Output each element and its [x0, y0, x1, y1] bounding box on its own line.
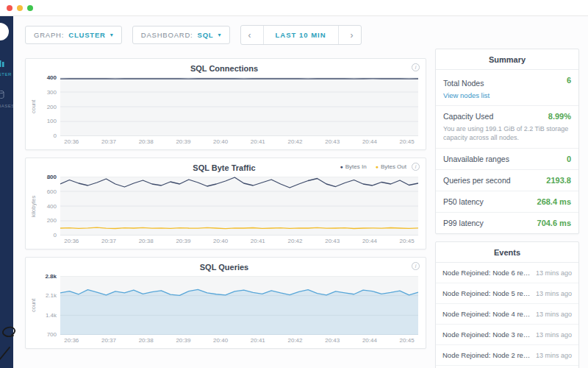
right-panel: Summary Total Nodes View nodes list 6 Ca… — [435, 25, 579, 368]
graph-dropdown-value: CLUSTER — [68, 31, 105, 39]
event-row: Node Rejoined: Node 6 rejoined13 mins ag… — [436, 263, 578, 283]
x-axis-ticks: 20:3620:3720:3820:3920:4020:4120:4220:43… — [60, 337, 418, 344]
cockroach-logo[interactable] — [0, 23, 9, 40]
legend-label: Bytes In — [345, 163, 367, 170]
summary-value: 2193.8 — [546, 176, 571, 185]
cluster-icon — [0, 57, 4, 70]
graph-dropdown-label: GRAPH: — [34, 31, 64, 39]
summary-row-total-nodes: Total Nodes View nodes list 6 — [436, 70, 578, 106]
event-time: 13 mins ago — [536, 352, 572, 359]
info-icon[interactable]: i — [412, 163, 420, 171]
y-axis-ticks: 4003002001000 — [38, 74, 60, 139]
summary-label: Capacity Used — [443, 112, 493, 121]
summary-label: Total Nodes — [443, 79, 484, 88]
event-time: 13 mins ago — [536, 311, 572, 318]
event-time: 13 mins ago — [536, 290, 572, 297]
summary-label: P50 latency — [443, 197, 484, 206]
sidebar-item-label: DATABASES — [0, 104, 13, 108]
dashboard-dropdown-value: SQL — [198, 31, 214, 39]
plot-area[interactable] — [60, 77, 418, 136]
summary-label: Unavailable ranges — [443, 155, 509, 163]
time-window-selector: ‹ LAST 10 MIN › — [240, 25, 362, 45]
legend-item-bytes-in: ● Bytes In — [340, 163, 367, 170]
summary-row-unavailable-ranges: Unavailable ranges 0 — [436, 149, 578, 170]
time-next-button[interactable]: › — [343, 26, 361, 44]
sidebar: CLUSTER DATABASES — [0, 16, 13, 368]
event-row: Node Rejoined: Node 3 rejoined13 mins ag… — [436, 325, 578, 345]
dashboard-dropdown[interactable]: DASHBOARD: SQL ▾ — [132, 26, 230, 44]
chart-title: SQL Connections — [30, 64, 418, 73]
plot-area[interactable] — [60, 276, 418, 335]
dashboard-toolbar: GRAPH: CLUSTER ▾ DASHBOARD: SQL ▾ ‹ LAST… — [25, 25, 426, 45]
chart-legend: ● Bytes In ● Bytes Out — [340, 163, 407, 170]
y-axis-label: count — [30, 77, 38, 136]
window-zoom-button[interactable] — [27, 5, 33, 11]
window-close-button[interactable] — [7, 5, 12, 11]
summary-label: Queries per second — [443, 176, 511, 185]
summary-value: 0 — [567, 155, 571, 163]
legend-item-bytes-out: ● Bytes Out — [376, 163, 406, 170]
event-message: Node Rejoined: Node 2 rejoined — [442, 351, 531, 359]
dashboard-dropdown-label: DASHBOARD: — [141, 31, 193, 39]
event-row: Node Rejoined: Node 2 rejoined13 mins ag… — [436, 345, 578, 366]
sidebar-item-cluster[interactable]: CLUSTER — [0, 51, 13, 82]
chevron-down-icon: ▾ — [110, 32, 113, 38]
events-list: Node Rejoined: Node 6 rejoined13 mins ag… — [436, 263, 578, 368]
window-minimize-button[interactable] — [17, 5, 23, 11]
view-nodes-list-link[interactable]: View nodes list — [443, 91, 490, 99]
summary-label: P99 latency — [443, 219, 484, 227]
legend-dot-icon: ● — [376, 164, 379, 169]
database-icon — [0, 88, 4, 102]
summary-value: 8.99% — [548, 112, 571, 121]
event-message: Node Rejoined: Node 5 rejoined — [442, 289, 531, 297]
summary-value: 268.4 ms — [537, 197, 571, 206]
x-axis-ticks: 20:3620:3720:3820:3920:4020:4120:4220:43… — [60, 238, 418, 244]
sidebar-item-databases[interactable]: DATABASES — [0, 82, 13, 114]
legend-dot-icon: ● — [340, 164, 343, 169]
y-axis-ticks: 8006004002000 — [38, 174, 60, 238]
chart-title: SQL Queries — [30, 263, 418, 272]
graph-dropdown[interactable]: GRAPH: CLUSTER ▾ — [25, 26, 122, 44]
chevron-down-icon: ▾ — [218, 32, 220, 38]
sidebar-item-label: CLUSTER — [0, 72, 12, 77]
event-row: Node Rejoined: Node 4 rejoined13 mins ag… — [436, 304, 578, 325]
main-content: GRAPH: CLUSTER ▾ DASHBOARD: SQL ▾ ‹ LAST… — [13, 16, 588, 368]
y-axis-label: count — [30, 276, 38, 335]
summary-row-queries-per-second: Queries per second 2193.8 — [436, 170, 578, 191]
window-titlebar — [0, 0, 588, 16]
event-message: Node Rejoined: Node 4 rejoined — [442, 310, 531, 318]
events-title: Events — [436, 242, 578, 263]
y-axis-label: kilobytes — [30, 177, 38, 236]
time-range-label[interactable]: LAST 10 MIN — [263, 26, 339, 44]
event-time: 13 mins ago — [536, 269, 572, 277]
summary-panel: Summary Total Nodes View nodes list 6 Ca… — [435, 49, 579, 234]
info-icon[interactable]: i — [412, 262, 420, 270]
summary-title: Summary — [436, 49, 578, 70]
event-message: Node Rejoined: Node 6 rejoined — [442, 269, 531, 277]
info-icon[interactable]: i — [412, 63, 420, 71]
summary-value: 6 — [567, 76, 571, 85]
x-axis-ticks: 20:3620:3720:3820:3920:4020:4120:4220:43… — [60, 138, 418, 145]
summary-value: 704.6 ms — [537, 219, 571, 227]
plot-area[interactable] — [60, 177, 418, 236]
y-axis-ticks: 2.8k2.1k1.4k700 — [38, 273, 60, 338]
app-window: CLUSTER DATABASES GRAPH: CLUSTER ▾ DASHB… — [0, 16, 588, 368]
chart-sql-byte-traffic: SQL Byte Traffic i ● Bytes In ● Bytes Ou… — [25, 158, 426, 250]
legend-label: Bytes Out — [381, 163, 406, 170]
summary-row-p50-latency: P50 latency 268.4 ms — [436, 191, 578, 213]
summary-row-p99-latency: P99 latency 704.6 ms — [436, 213, 578, 233]
capacity-note: You are using 199.1 GiB of 2.2 TiB stora… — [436, 124, 578, 149]
events-panel: Events Node Rejoined: Node 6 rejoined13 … — [435, 241, 579, 368]
summary-row-capacity-used: Capacity Used 8.99% — [436, 106, 578, 127]
event-time: 13 mins ago — [536, 331, 572, 339]
chart-sql-connections: SQL Connections i count 4003002001000 20… — [25, 58, 426, 150]
event-row: Node Rejoined: Node 5 rejoined13 mins ag… — [436, 283, 578, 304]
event-message: Node Rejoined: Node 3 rejoined — [442, 330, 531, 339]
time-prev-button[interactable]: ‹ — [241, 26, 259, 44]
chart-sql-queries: SQL Queries i count 2.8k2.1k1.4k700 20:3… — [25, 257, 426, 349]
